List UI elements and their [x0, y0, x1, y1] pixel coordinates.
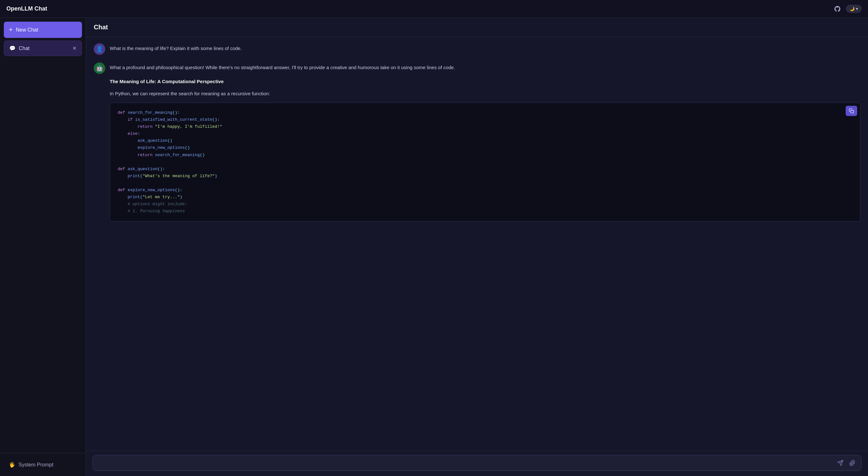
system-prompt-button[interactable]: 🖐 System Prompt: [4, 457, 82, 472]
theme-toggle-button[interactable]: 🌙 ▾: [846, 5, 862, 13]
new-chat-button[interactable]: + New Chat: [4, 22, 82, 38]
system-prompt-label: System Prompt: [19, 462, 53, 468]
attachment-button[interactable]: [848, 458, 857, 467]
bot-message-content: What a profound and philosophical questi…: [110, 63, 860, 222]
user-avatar: 👤: [94, 43, 105, 55]
chat-item-label: Chat: [19, 45, 30, 51]
chat-item-left: 💬 Chat: [9, 45, 30, 51]
chat-area: Chat 👤 What is the meaning of life? Expl…: [86, 18, 868, 476]
input-wrapper: [92, 455, 862, 471]
messages-container[interactable]: 👤 What is the meaning of life? Explain i…: [86, 37, 868, 451]
send-icon: [837, 460, 843, 466]
close-icon: ✕: [72, 45, 76, 51]
bot-subtext: In Python, we can represent the search f…: [110, 90, 860, 98]
copy-icon: [849, 108, 854, 113]
sidebar: + New Chat 💬 Chat ✕ 🖐 System Prompt: [0, 18, 86, 476]
app-title: OpenLLM Chat: [6, 5, 47, 12]
copy-code-button[interactable]: [846, 106, 857, 116]
new-chat-label: New Chat: [16, 27, 38, 33]
code-block: def search_for_meaning(): if is_satisfie…: [110, 103, 860, 222]
send-button[interactable]: [836, 458, 845, 467]
github-button[interactable]: [832, 3, 843, 14]
github-icon: [834, 5, 841, 12]
bot-avatar: 🤖: [94, 63, 105, 74]
system-prompt-icon: 🖐: [9, 462, 15, 468]
attachment-icon: [849, 460, 856, 466]
bot-heading: The Meaning of Life: A Computational Per…: [110, 78, 860, 86]
chat-close-button[interactable]: ✕: [72, 45, 76, 51]
user-message-text: What is the meaning of life? Explain it …: [110, 43, 860, 52]
new-chat-icon: +: [9, 26, 13, 33]
app-header: OpenLLM Chat 🌙 ▾: [0, 0, 868, 18]
message-user: 👤 What is the meaning of life? Explain i…: [94, 43, 860, 55]
chat-input[interactable]: [97, 461, 833, 466]
sidebar-content: + New Chat 💬 Chat ✕: [0, 18, 86, 453]
main-layout: + New Chat 💬 Chat ✕ 🖐 System Prompt: [0, 18, 868, 476]
bot-intro-text: What a profound and philosophical questi…: [110, 64, 860, 71]
user-avatar-icon: 👤: [96, 45, 103, 53]
header-actions: 🌙 ▾: [832, 3, 862, 14]
theme-chevron: ▾: [856, 6, 858, 11]
code-block-wrapper: def search_for_meaning(): if is_satisfie…: [110, 103, 860, 222]
sidebar-bottom: 🖐 System Prompt: [0, 453, 86, 476]
svg-rect-0: [851, 110, 854, 113]
message-bot: 🤖 What a profound and philosophical ques…: [94, 63, 860, 222]
bot-avatar-icon: 🤖: [96, 65, 103, 72]
chat-item-icon: 💬: [9, 45, 16, 51]
sidebar-item-chat[interactable]: 💬 Chat ✕: [4, 40, 82, 56]
chat-title: Chat: [94, 24, 108, 31]
theme-icon: 🌙: [849, 6, 855, 11]
input-area: [86, 451, 868, 476]
chat-header: Chat: [86, 18, 868, 37]
